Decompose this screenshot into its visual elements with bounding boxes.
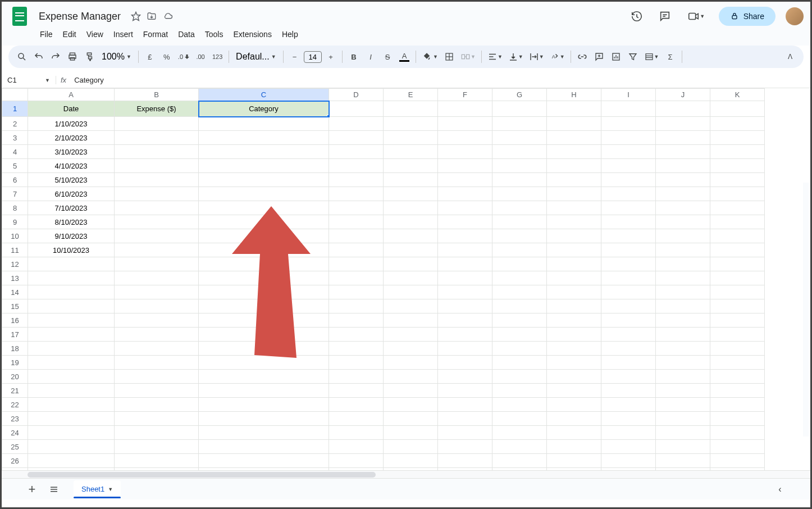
cell-J22[interactable] xyxy=(656,398,710,412)
italic-button[interactable]: I xyxy=(363,49,378,65)
row-header[interactable]: 6 xyxy=(2,173,28,187)
currency-button[interactable]: £ xyxy=(142,49,158,65)
select-all-corner[interactable] xyxy=(2,89,28,101)
cell-K20[interactable] xyxy=(710,370,765,384)
cell-I3[interactable] xyxy=(601,131,656,145)
cell-J4[interactable] xyxy=(656,145,710,159)
cell-J19[interactable] xyxy=(656,356,710,370)
add-sheet-button[interactable]: + xyxy=(24,482,40,497)
cell-F10[interactable] xyxy=(438,229,492,243)
cell-K6[interactable] xyxy=(710,173,765,187)
cell-H15[interactable] xyxy=(547,299,601,313)
cell-A14[interactable] xyxy=(28,285,115,299)
cell-D14[interactable] xyxy=(329,285,384,299)
cell-C24[interactable] xyxy=(199,426,329,440)
cell-C1[interactable]: Category xyxy=(199,101,329,117)
cell-C6[interactable] xyxy=(199,173,329,187)
cell-C18[interactable] xyxy=(199,342,329,356)
cell-I26[interactable] xyxy=(601,454,656,468)
column-header-H[interactable]: H xyxy=(547,89,601,101)
cell-K16[interactable] xyxy=(710,313,765,328)
cell-E7[interactable] xyxy=(384,187,438,201)
cell-F9[interactable] xyxy=(438,215,492,229)
all-sheets-button[interactable] xyxy=(49,484,65,494)
row-header[interactable]: 24 xyxy=(2,426,28,440)
cell-A19[interactable] xyxy=(28,356,115,370)
cell-J21[interactable] xyxy=(656,384,710,398)
cell-D22[interactable] xyxy=(329,398,384,412)
cell-C7[interactable] xyxy=(199,187,329,201)
cell-H1[interactable] xyxy=(547,101,601,117)
cell-G2[interactable] xyxy=(492,117,547,131)
cell-K5[interactable] xyxy=(710,159,765,173)
column-header-G[interactable]: G xyxy=(492,89,547,101)
cell-B17[interactable] xyxy=(115,328,199,342)
cell-B14[interactable] xyxy=(115,285,199,299)
move-icon[interactable] xyxy=(147,11,157,21)
cell-F22[interactable] xyxy=(438,398,492,412)
cell-E18[interactable] xyxy=(384,342,438,356)
cell-J15[interactable] xyxy=(656,299,710,313)
cell-H3[interactable] xyxy=(547,131,601,145)
cell-K22[interactable] xyxy=(710,398,765,412)
row-header[interactable]: 22 xyxy=(2,398,28,412)
row-header[interactable]: 5 xyxy=(2,159,28,173)
paint-format-icon[interactable] xyxy=(81,49,97,65)
row-header[interactable]: 14 xyxy=(2,285,28,299)
cell-K12[interactable] xyxy=(710,257,765,271)
cell-J13[interactable] xyxy=(656,271,710,285)
cell-G24[interactable] xyxy=(492,426,547,440)
cell-I10[interactable] xyxy=(601,229,656,243)
cell-D17[interactable] xyxy=(329,328,384,342)
cell-C14[interactable] xyxy=(199,285,329,299)
sheets-logo[interactable] xyxy=(8,5,31,28)
cell-I16[interactable] xyxy=(601,313,656,328)
cell-I13[interactable] xyxy=(601,271,656,285)
cell-G22[interactable] xyxy=(492,398,547,412)
cell-I11[interactable] xyxy=(601,243,656,257)
cell-D15[interactable] xyxy=(329,299,384,313)
number-format-button[interactable]: 123 xyxy=(209,49,225,65)
cell-E11[interactable] xyxy=(384,243,438,257)
insert-chart-icon[interactable] xyxy=(608,49,624,65)
decrease-font-button[interactable]: − xyxy=(287,49,303,65)
cell-K8[interactable] xyxy=(710,201,765,215)
insert-comment-icon[interactable] xyxy=(591,49,607,65)
menu-format[interactable]: Format xyxy=(139,28,172,41)
comment-icon[interactable] xyxy=(656,7,674,25)
cell-F7[interactable] xyxy=(438,187,492,201)
cell-H17[interactable] xyxy=(547,328,601,342)
cell-B13[interactable] xyxy=(115,271,199,285)
cell-E3[interactable] xyxy=(384,131,438,145)
cell-E8[interactable] xyxy=(384,201,438,215)
bold-button[interactable]: B xyxy=(346,49,362,65)
cell-J10[interactable] xyxy=(656,229,710,243)
cell-J18[interactable] xyxy=(656,342,710,356)
cell-C26[interactable] xyxy=(199,454,329,468)
cell-E17[interactable] xyxy=(384,328,438,342)
cell-F16[interactable] xyxy=(438,313,492,328)
cell-D19[interactable] xyxy=(329,356,384,370)
row-header[interactable]: 15 xyxy=(2,299,28,313)
cell-J12[interactable] xyxy=(656,257,710,271)
cell-H13[interactable] xyxy=(547,271,601,285)
formula-input[interactable] xyxy=(71,76,810,84)
cell-I1[interactable] xyxy=(601,101,656,117)
cell-K15[interactable] xyxy=(710,299,765,313)
cell-I2[interactable] xyxy=(601,117,656,131)
cell-C11[interactable] xyxy=(199,243,329,257)
cell-B21[interactable] xyxy=(115,384,199,398)
cell-A20[interactable] xyxy=(28,370,115,384)
cell-I24[interactable] xyxy=(601,426,656,440)
cell-A3[interactable]: 2/10/2023 xyxy=(28,131,115,145)
cell-G6[interactable] xyxy=(492,173,547,187)
cell-B24[interactable] xyxy=(115,426,199,440)
cell-B22[interactable] xyxy=(115,398,199,412)
cell-E14[interactable] xyxy=(384,285,438,299)
cell-F13[interactable] xyxy=(438,271,492,285)
cell-G18[interactable] xyxy=(492,342,547,356)
star-icon[interactable] xyxy=(131,11,141,21)
cell-B9[interactable] xyxy=(115,215,199,229)
cell-A16[interactable] xyxy=(28,313,115,328)
cell-J17[interactable] xyxy=(656,328,710,342)
